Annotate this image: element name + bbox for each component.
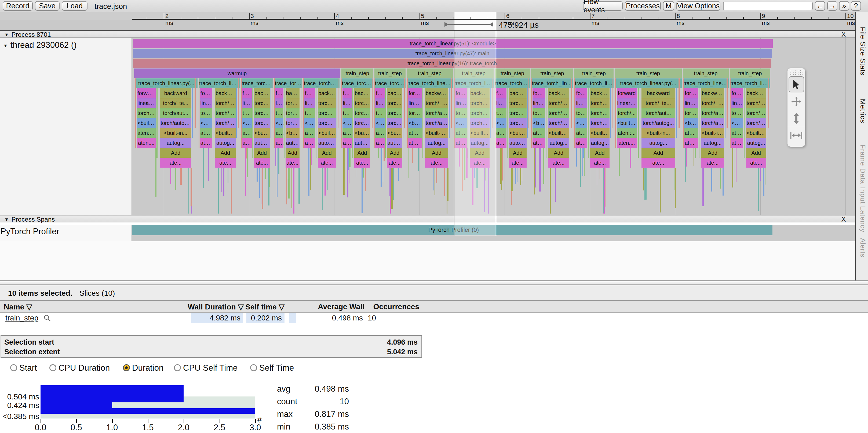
flame-slice[interactable]: torch/autog...: [590, 118, 610, 128]
flame-sliver[interactable]: [768, 79, 769, 128]
flame-slice[interactable]: torch/autog...: [215, 118, 236, 128]
flame-slice[interactable]: forward: [532, 88, 545, 98]
flame-slice-train-step[interactable]: train_step: [495, 68, 530, 78]
save-button[interactable]: Save: [35, 1, 60, 11]
flame-slice[interactable]: torch/aut...: [548, 108, 569, 118]
flame-slice[interactable]: autog...: [701, 138, 724, 148]
flame-slice[interactable]: torch/...: [576, 108, 587, 118]
flame-slice[interactable]: torch/aut...: [746, 108, 766, 118]
flame-slice[interactable]: torch/autog...: [387, 118, 402, 128]
flame-slice[interactable]: torch/autog...: [286, 118, 300, 128]
radio-duration[interactable]: [123, 364, 130, 371]
flame-stalk[interactable]: [433, 168, 434, 191]
flame-slice[interactable]: Add: [354, 148, 370, 158]
flame-slice[interactable]: torch/autog...: [548, 118, 569, 128]
flame-slice[interactable]: autog...: [215, 138, 236, 148]
flame-sliver[interactable]: [730, 79, 731, 148]
flame-sliver[interactable]: [316, 88, 316, 158]
flame-sliver[interactable]: [449, 88, 449, 138]
flame-slice[interactable]: aten:...: [576, 138, 587, 148]
flame-slice[interactable]: aten::...: [200, 128, 212, 138]
flame-stalk[interactable]: [175, 168, 176, 190]
flame-stalk[interactable]: [674, 168, 675, 190]
flame-slice[interactable]: aten:...: [684, 138, 698, 148]
flame-stalk[interactable]: [644, 168, 645, 200]
flame-slice[interactable]: backward: [590, 88, 610, 98]
flame-stalk[interactable]: [511, 168, 513, 191]
flame-stalk[interactable]: [393, 168, 394, 200]
flame-stalk[interactable]: [412, 148, 413, 163]
slice-name-link[interactable]: train_step: [5, 314, 38, 322]
flame-stalk[interactable]: [378, 148, 379, 158]
flame-slice-iteration[interactable]: trace_torch_linear.py(...: [683, 79, 729, 88]
flame-sliver[interactable]: [303, 79, 304, 148]
flame-stalk[interactable]: [390, 168, 391, 196]
flame-slice[interactable]: torch/_te...: [354, 98, 370, 108]
flame-slice-iteration[interactable]: trace_torch_linear.py(...: [575, 79, 614, 88]
flame-slice[interactable]: aten:...: [731, 138, 743, 148]
flame-slice[interactable]: torch/aut...: [160, 108, 191, 118]
flame-stalk[interactable]: [170, 168, 171, 184]
flame-slice[interactable]: torch/...: [496, 108, 506, 118]
flame-slice[interactable]: Add: [509, 148, 527, 158]
sidebar-tab-input-latency[interactable]: Input Latency: [859, 187, 867, 232]
flame-stalk[interactable]: [444, 168, 445, 196]
flame-sliver[interactable]: [213, 88, 213, 158]
flame-slice[interactable]: <built-...: [408, 118, 422, 128]
flame-slice[interactable]: autog...: [387, 138, 402, 148]
flame-slice[interactable]: <built-in...: [215, 128, 236, 138]
flame-slice[interactable]: torch/...: [275, 108, 283, 118]
flame-slice[interactable]: forward: [408, 88, 422, 98]
flame-slice[interactable]: autog...: [746, 138, 766, 148]
flame-slice[interactable]: torch/autog...: [254, 118, 270, 128]
flame-slice[interactable]: Add: [642, 148, 675, 158]
flame-sliver[interactable]: [284, 88, 284, 158]
flame-stalk[interactable]: [245, 148, 246, 196]
search-input[interactable]: [723, 2, 813, 10]
flame-slice[interactable]: torch/...: [137, 108, 156, 118]
flame-stalk[interactable]: [363, 168, 364, 178]
flame-slice[interactable]: forward: [576, 88, 587, 98]
flame-slice[interactable]: forward: [137, 88, 156, 98]
flame-stalk[interactable]: [543, 148, 544, 184]
flame-stalk[interactable]: [221, 168, 222, 192]
flame-slice-iteration[interactable]: trace_torch_linear.py(...: [303, 79, 340, 88]
flame-slice[interactable]: Add: [701, 148, 724, 158]
flame-slice[interactable]: autog...: [354, 138, 370, 148]
flame-slice[interactable]: <built-...: [731, 118, 743, 128]
flame-sliver[interactable]: [341, 79, 342, 148]
flame-stalk[interactable]: [188, 168, 189, 213]
flame-stalk[interactable]: [603, 168, 604, 213]
flame-slice[interactable]: torch/_te...: [254, 98, 270, 108]
flame-stalk[interactable]: [685, 148, 686, 182]
selection-right-line[interactable]: [496, 12, 496, 236]
record-button[interactable]: Record: [3, 1, 33, 11]
flame-slice[interactable]: <built-in...: [701, 128, 724, 138]
flame-stalk[interactable]: [308, 148, 309, 196]
flame-sliver[interactable]: [192, 88, 193, 138]
flame-sliver[interactable]: [372, 79, 373, 128]
flame-slice[interactable]: backward: [642, 88, 675, 98]
timing-tool-button[interactable]: [787, 127, 805, 144]
flame-stalk[interactable]: [643, 168, 644, 191]
flame-sliver[interactable]: [638, 88, 639, 158]
flame-slice[interactable]: torch/aut...: [425, 108, 448, 118]
process-expander-icon[interactable]: ▼: [4, 32, 9, 37]
flame-slice[interactable]: <built-in...: [548, 128, 569, 138]
flame-stalk[interactable]: [599, 168, 600, 179]
flame-stalk[interactable]: [660, 168, 661, 212]
flame-slice-iteration[interactable]: trace_torch_linear.py(...: [407, 79, 453, 88]
view-options-button[interactable]: View Options: [676, 1, 720, 11]
flame-slice[interactable]: Add: [746, 148, 766, 158]
flame-slice[interactable]: torch/aut...: [642, 108, 675, 118]
flame-stalk[interactable]: [398, 168, 399, 181]
flame-slice[interactable]: <built-...: [375, 118, 384, 128]
flame-sliver[interactable]: [238, 79, 239, 128]
flame-slice[interactable]: torch/autog...: [746, 118, 766, 128]
flame-slice[interactable]: linear/...: [684, 98, 698, 108]
flame-sliver[interactable]: [676, 88, 677, 138]
flame-slice[interactable]: torch/autog...: [642, 118, 675, 128]
flame-slice-iteration[interactable]: trace_torch_linear.py(...: [495, 79, 530, 88]
flame-slice[interactable]: <built-in...: [286, 128, 300, 138]
flame-stalk[interactable]: [703, 168, 704, 206]
